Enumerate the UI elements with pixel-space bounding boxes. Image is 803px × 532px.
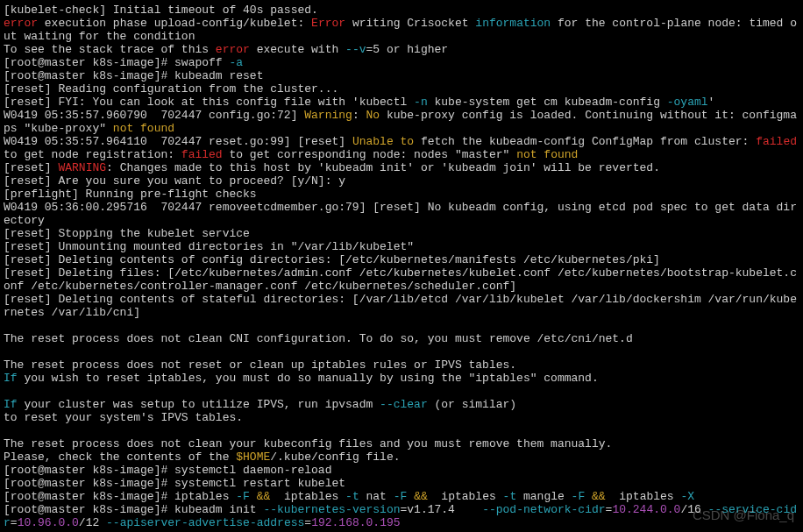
flag: --kubernetes-version: [263, 503, 400, 516]
kw-warn: Unable to: [352, 135, 414, 148]
out: W0419 05:35:57.964110 702447 reset.go:99…: [4, 135, 352, 148]
out: [reset] Deleting files: [/etc/kubernetes…: [4, 266, 797, 293]
out: [reset]: [4, 161, 58, 174]
out: execute with: [250, 43, 345, 56]
flag: --apiserver-advertise-address: [106, 516, 304, 529]
env-var: $HOME: [236, 450, 270, 464]
out: /16: [680, 503, 707, 516]
out: :: [352, 109, 366, 122]
kw-warn: not found: [113, 122, 174, 135]
flag: -a: [229, 56, 243, 69]
out: /12: [79, 516, 106, 529]
kw-warn: Warning: [304, 109, 352, 122]
cmd: kubeadm reset: [174, 69, 263, 82]
kw-error: failed: [756, 135, 797, 148]
out: nat: [359, 490, 394, 503]
out: [reset] Are you sure you want to proceed…: [4, 174, 345, 188]
out: Please, check the contents of the: [4, 450, 236, 464]
flag: -F: [394, 490, 408, 503]
out: The reset process does not reset or clea…: [4, 358, 516, 372]
out: fetch the kubeadm-config ConfigMap from …: [414, 135, 756, 148]
out: /.kube/config file.: [270, 450, 400, 464]
ip: 10.244.0.0: [612, 503, 680, 516]
shell-prompt: [root@master k8s-image]#: [4, 56, 174, 69]
cmd: iptables: [435, 490, 503, 503]
out: W0419 05:35:57.960790 702447 config.go:7…: [4, 109, 304, 122]
out: : Changes made to this host by 'kubeadm …: [106, 161, 660, 174]
op: &&: [250, 490, 277, 503]
cmd: kubeadm init: [174, 503, 263, 516]
out: kube-system get cm kubeadm-config: [428, 96, 667, 109]
flag: --clear: [380, 398, 428, 411]
terminal-output[interactable]: [kubelet-check] Initial timeout of 40s p…: [0, 0, 803, 532]
out: you wish to reset iptables, you must do …: [18, 372, 599, 385]
out: execution phase upload-config/kubelet:: [38, 17, 311, 30]
out: W0419 05:36:00.295716 702447 removeetcdm…: [4, 201, 797, 227]
shell-prompt: [root@master k8s-image]#: [4, 490, 174, 503]
out: The reset process does not clean your ku…: [4, 437, 612, 450]
flag: -X: [680, 490, 694, 503]
shell-prompt: [root@master k8s-image]#: [4, 503, 174, 516]
kw-if: If: [4, 398, 18, 411]
kw-warn: No: [366, 109, 380, 122]
cmd: systemctl daemon-reload: [174, 464, 331, 477]
kw-error: Error: [311, 17, 345, 30]
kw-error: failed: [181, 148, 223, 161]
out: [reset] Reading configuration from the c…: [4, 82, 338, 96]
flag: -t: [503, 490, 517, 503]
out: your cluster was setup to utilize IPVS, …: [18, 398, 380, 411]
out: The reset process does not clean CNI con…: [4, 332, 633, 345]
ip: 10.96.0.0: [18, 516, 79, 529]
flag: -F: [236, 490, 250, 503]
out: writing Crisocket: [345, 17, 475, 30]
out: [reset] Unmounting mounted directories i…: [4, 240, 414, 253]
out: =: [11, 516, 18, 529]
flag: -n: [414, 96, 428, 109]
kw-warning: WARNING: [58, 161, 106, 174]
shell-prompt: [root@master k8s-image]#: [4, 477, 174, 490]
flag: -oyaml: [667, 96, 708, 109]
out: to get corresponding node: nodes "master…: [223, 148, 516, 161]
op: &&: [585, 490, 612, 503]
flag: --v: [345, 43, 366, 56]
flag: -t: [345, 490, 359, 503]
out: To see the stack trace of this: [4, 43, 216, 56]
out: to reset your system's IPVS tables.: [4, 411, 243, 424]
out: [reset] Stopping the kubelet service: [4, 227, 250, 240]
kw-warn: not found: [516, 148, 578, 161]
ip: 192.168.0.195: [311, 516, 400, 529]
cmd: iptables: [612, 490, 680, 503]
flag: -F: [572, 490, 586, 503]
kw-error: error: [4, 17, 38, 30]
out: (or similar): [428, 398, 516, 411]
shell-prompt: [root@master k8s-image]#: [4, 464, 174, 477]
cmd: systemctl restart kubelet: [174, 477, 345, 490]
out: =v1.17.4: [401, 503, 483, 516]
cmd: swapoff: [174, 56, 229, 69]
out: [reset] FYI: You can look at this config…: [4, 96, 414, 109]
out: ': [708, 96, 715, 109]
out: [preflight] Running pre-flight checks: [4, 188, 257, 201]
out: =5 or higher: [366, 43, 448, 56]
kw-error: error: [216, 43, 250, 56]
out: =: [304, 516, 311, 529]
shell-prompt: [root@master k8s-image]#: [4, 69, 174, 82]
flag: --pod-network-cidr: [482, 503, 605, 516]
kw-info: information: [475, 17, 551, 30]
op: &&: [407, 490, 434, 503]
cmd: iptables: [174, 490, 236, 503]
kw-if: If: [4, 372, 18, 385]
out: mangle: [516, 490, 571, 503]
out: [reset] Deleting contents of config dire…: [4, 253, 660, 266]
out: [reset] Deleting contents of stateful di…: [4, 293, 797, 319]
cmd: iptables: [277, 490, 345, 503]
out: [kubelet-check] Initial timeout of 40s p…: [4, 4, 318, 17]
